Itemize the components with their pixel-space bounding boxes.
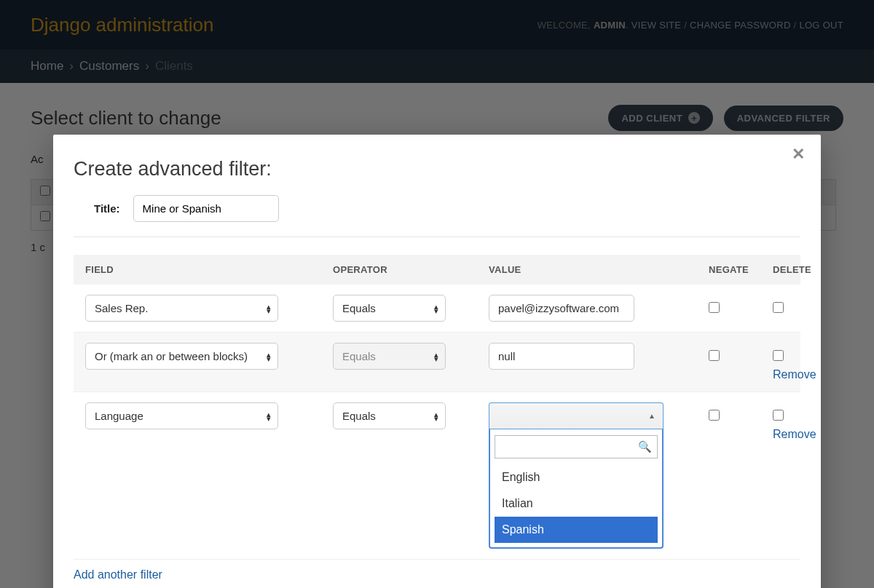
modal-title: Create advanced filter:: [53, 151, 821, 195]
value-input[interactable]: [489, 295, 634, 322]
select2-selection[interactable]: ▲: [489, 402, 664, 429]
filter-row: Or (mark an or between blocks)▴▾Equals▴▾…: [74, 333, 800, 392]
add-another-filter-link[interactable]: Add another filter: [74, 568, 162, 581]
remove-link[interactable]: Remove: [773, 428, 816, 441]
delete-checkbox[interactable]: [773, 350, 784, 361]
field-select[interactable]: Language: [85, 402, 278, 429]
col-field: FIELD: [85, 264, 333, 275]
col-delete: DELETE: [773, 264, 816, 275]
col-operator: OPERATOR: [333, 264, 489, 275]
delete-checkbox[interactable]: [773, 302, 784, 313]
delete-checkbox[interactable]: [773, 410, 784, 421]
filter-row: Language▴▾Equals▴▾▲🔍EnglishItalianSpanis…: [74, 392, 800, 560]
title-label: Title:: [94, 202, 120, 215]
remove-link[interactable]: Remove: [773, 368, 816, 381]
value-input[interactable]: [489, 343, 634, 370]
negate-checkbox[interactable]: [709, 350, 720, 361]
col-value: VALUE: [489, 264, 709, 275]
operator-select[interactable]: Equals: [333, 402, 446, 429]
filter-title-row: Title:: [74, 195, 800, 237]
advanced-filter-modal: ✕ Create advanced filter: Title: FIELD O…: [53, 135, 821, 588]
operator-select: Equals: [333, 343, 446, 370]
operator-select[interactable]: Equals: [333, 295, 446, 322]
select2-dropdown: 🔍EnglishItalianSpanish: [489, 429, 664, 549]
select2-option[interactable]: Italian: [495, 490, 658, 517]
negate-checkbox[interactable]: [709, 410, 720, 421]
filter-table-header: FIELD OPERATOR VALUE NEGATE DELETE: [74, 255, 800, 285]
col-negate: NEGATE: [709, 264, 773, 275]
field-select[interactable]: Or (mark an or between blocks): [85, 343, 278, 370]
field-select[interactable]: Sales Rep.: [85, 295, 278, 322]
filter-title-input[interactable]: [133, 195, 279, 222]
select2-search-input[interactable]: [495, 435, 658, 458]
search-icon: 🔍: [638, 440, 652, 453]
value-select2[interactable]: ▲🔍EnglishItalianSpanish: [489, 402, 664, 549]
select2-option[interactable]: Spanish: [495, 517, 658, 543]
filter-row: Sales Rep.▴▾Equals▴▾: [74, 285, 800, 333]
modal-overlay: ✕ Create advanced filter: Title: FIELD O…: [0, 0, 874, 588]
negate-checkbox[interactable]: [709, 302, 720, 313]
chevron-up-icon: ▲: [648, 412, 656, 420]
select2-option[interactable]: English: [495, 464, 658, 490]
close-icon[interactable]: ✕: [792, 145, 805, 164]
